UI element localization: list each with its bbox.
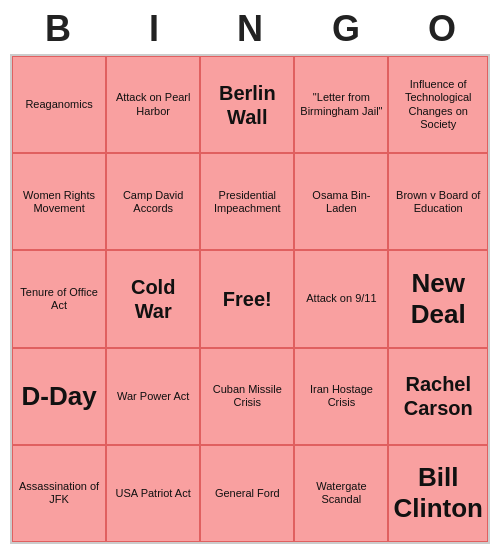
bingo-cell: Presidential Impeachment: [200, 153, 294, 250]
cell-text: Iran Hostage Crisis: [299, 383, 383, 409]
cell-text: D-Day: [21, 381, 96, 412]
bingo-cell: Osama Bin-Laden: [294, 153, 388, 250]
cell-text: War Power Act: [117, 390, 189, 403]
bingo-letter: G: [306, 8, 386, 50]
cell-text: Assassination of JFK: [17, 480, 101, 506]
bingo-cell: Rachel Carson: [388, 348, 488, 445]
cell-text: Tenure of Office Act: [17, 286, 101, 312]
cell-text: Influence of Technological Changes on So…: [393, 78, 483, 131]
cell-text: Women Rights Movement: [17, 189, 101, 215]
cell-text: USA Patriot Act: [116, 487, 191, 500]
bingo-grid: ReaganomicsAttack on Pearl HarborBerlin …: [10, 54, 490, 544]
bingo-cell: Brown v Board of Education: [388, 153, 488, 250]
bingo-cell: Berlin Wall: [200, 56, 294, 153]
cell-text: Osama Bin-Laden: [299, 189, 383, 215]
bingo-cell: Attack on Pearl Harbor: [106, 56, 200, 153]
cell-text: Watergate Scandal: [299, 480, 383, 506]
cell-text: Brown v Board of Education: [393, 189, 483, 215]
bingo-cell: Influence of Technological Changes on So…: [388, 56, 488, 153]
bingo-letter: B: [18, 8, 98, 50]
bingo-cell: General Ford: [200, 445, 294, 542]
bingo-cell: Assassination of JFK: [12, 445, 106, 542]
bingo-letter: N: [210, 8, 290, 50]
bingo-cell: Women Rights Movement: [12, 153, 106, 250]
cell-text: Free!: [223, 287, 272, 311]
bingo-cell: Reaganomics: [12, 56, 106, 153]
bingo-letter: I: [114, 8, 194, 50]
cell-text: Presidential Impeachment: [205, 189, 289, 215]
cell-text: Reaganomics: [25, 98, 92, 111]
bingo-cell: New Deal: [388, 250, 488, 347]
bingo-cell: USA Patriot Act: [106, 445, 200, 542]
bingo-cell: Tenure of Office Act: [12, 250, 106, 347]
bingo-cell: Iran Hostage Crisis: [294, 348, 388, 445]
bingo-cell: Bill Clinton: [388, 445, 488, 542]
bingo-cell: Free!: [200, 250, 294, 347]
cell-text: Camp David Accords: [111, 189, 195, 215]
bingo-cell: Cold War: [106, 250, 200, 347]
cell-text: General Ford: [215, 487, 280, 500]
bingo-cell: Camp David Accords: [106, 153, 200, 250]
bingo-title: BINGO: [10, 0, 490, 54]
cell-text: Attack on Pearl Harbor: [111, 91, 195, 117]
cell-text: Bill Clinton: [393, 462, 483, 524]
bingo-cell: War Power Act: [106, 348, 200, 445]
cell-text: "Letter from Birmingham Jail": [299, 91, 383, 117]
bingo-cell: Cuban Missile Crisis: [200, 348, 294, 445]
cell-text: New Deal: [393, 268, 483, 330]
bingo-cell: Watergate Scandal: [294, 445, 388, 542]
cell-text: Attack on 9/11: [306, 292, 376, 305]
bingo-cell: Attack on 9/11: [294, 250, 388, 347]
cell-text: Cuban Missile Crisis: [205, 383, 289, 409]
cell-text: Rachel Carson: [393, 372, 483, 420]
cell-text: Cold War: [111, 275, 195, 323]
bingo-cell: D-Day: [12, 348, 106, 445]
cell-text: Berlin Wall: [205, 81, 289, 129]
bingo-cell: "Letter from Birmingham Jail": [294, 56, 388, 153]
bingo-letter: O: [402, 8, 482, 50]
